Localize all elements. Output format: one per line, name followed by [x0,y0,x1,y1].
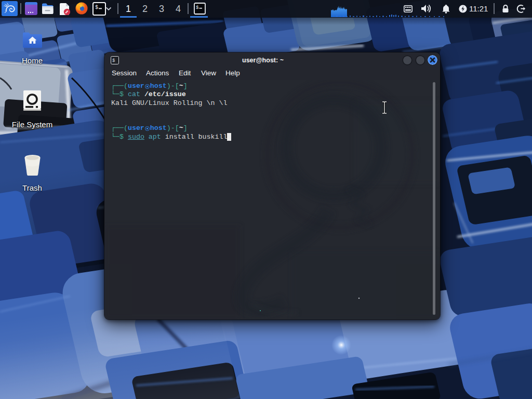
svg-text:$: $ [196,5,199,10]
svg-text:$: $ [95,5,98,10]
